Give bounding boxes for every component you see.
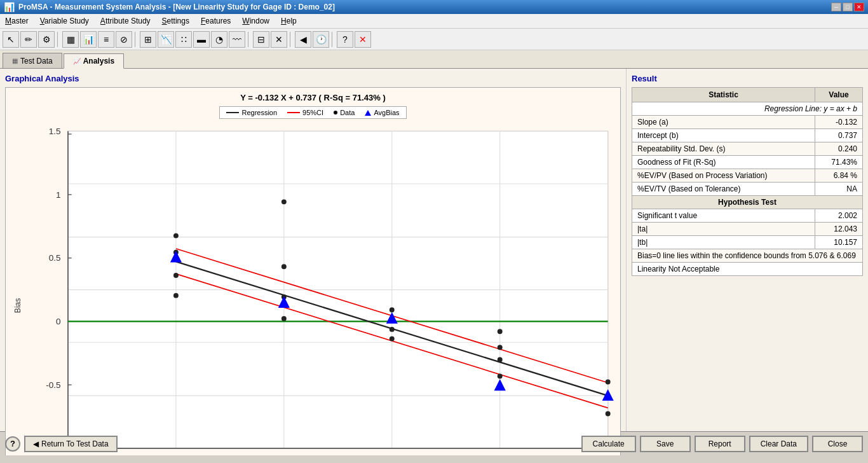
result-row-1: Slope (a)-0.132 [632, 116, 863, 129]
svg-point-48 [390, 336, 395, 342]
toolbar-help-btn[interactable]: ? [337, 31, 353, 48]
svg-point-50 [498, 345, 503, 350]
results-table: Statistic Value Regression Line: y = ax … [632, 87, 863, 276]
svg-text:8.0: 8.0 [494, 453, 506, 455]
y-axis-label: Bias [11, 124, 25, 455]
svg-point-39 [173, 273, 179, 278]
toolbar-hist-btn[interactable]: ▬ [193, 31, 210, 48]
save-button[interactable]: Save [640, 436, 691, 452]
test-data-icon: ▦ [12, 57, 18, 64]
value-cell-2: 0.737 [815, 129, 862, 142]
col-value: Value [815, 88, 862, 102]
menu-settings[interactable]: Settings [157, 15, 194, 27]
chart-panel: Graphical Analysis Y = -0.132 X + 0.737 … [0, 69, 627, 431]
toolbar-table-btn[interactable]: ⊟ [253, 31, 269, 48]
menu-variable-study[interactable]: Variable Study [35, 15, 94, 27]
results-title: Result [632, 74, 863, 83]
result-row-6: %EV/TV (Based on Tolerance)NA [632, 183, 863, 196]
toolbar-lines-btn[interactable]: ≡ [98, 31, 114, 48]
calculate-button[interactable]: Calculate [581, 436, 636, 452]
toolbar-sep-2 [135, 32, 137, 47]
svg-text:0: 0 [56, 317, 61, 326]
return-to-test-data-button[interactable]: ◀ Return To Test Data [24, 436, 118, 452]
svg-point-53 [606, 380, 611, 385]
toolbar-bar-btn[interactable]: 📉 [158, 31, 174, 48]
menu-bar: Master Variable Study Attribute Study Se… [0, 14, 868, 29]
value-cell-5: 6.84 % [815, 169, 862, 183]
toolbar-gear-btn[interactable]: ⚙ [38, 31, 55, 48]
menu-help[interactable]: Help [276, 15, 302, 27]
toolbar-wave-btn[interactable]: 〰 [229, 31, 245, 48]
toolbar-chart-btn[interactable]: 📊 [80, 31, 97, 48]
svg-point-42 [281, 264, 287, 269]
stat-cell-1: Slope (a) [632, 116, 815, 129]
value-cell-1: -0.132 [815, 116, 862, 129]
ci-line-icon [287, 112, 300, 113]
report-button[interactable]: Report [695, 436, 745, 452]
svg-text:6.0: 6.0 [386, 453, 398, 455]
avgbias-triangle-icon [365, 110, 371, 116]
legend-data: Data [334, 109, 355, 116]
svg-text:0.5: 0.5 [49, 253, 61, 263]
menu-master[interactable]: Master [0, 15, 34, 27]
value-cell-4: 71.43% [815, 156, 862, 169]
bottom-right: Calculate Save Report Clear Data Close [581, 436, 863, 452]
chart-svg: 1.5 1 0.5 0 -0.5 -1 [25, 124, 615, 455]
tab-test-data[interactable]: ▦ Test Data [3, 53, 62, 68]
toolbar-sep-5 [332, 32, 334, 47]
menu-attribute-study[interactable]: Attribute Study [95, 15, 156, 27]
stat-cell-3: Repeatability Std. Dev. (s) [632, 142, 815, 156]
return-arrow-icon: ◀ [33, 439, 39, 448]
legend-avgbias: AvgBias [365, 109, 399, 116]
toolbar-back-btn[interactable]: ◀ [295, 31, 311, 48]
result-row-7: Hypothesis Test [632, 196, 863, 209]
legend-ci: 95%CI [287, 109, 323, 116]
toolbar-sep-1 [57, 32, 60, 47]
stat-cell-8: Significant t value [632, 209, 815, 223]
stat-cell-2: Intercept (b) [632, 129, 815, 142]
chart-container: Y = -0.132 X + 0.737 ( R-Sq = 71.43% ) R… [5, 87, 621, 455]
toolbar-arrow-btn[interactable]: ↖ [3, 31, 19, 48]
result-row-11: Bias=0 line lies within the confidence b… [632, 249, 863, 263]
note-cell-11: Bias=0 line lies within the confidence b… [632, 249, 863, 263]
toolbar-pie-btn[interactable]: ◔ [211, 31, 227, 48]
svg-point-49 [498, 329, 503, 334]
stat-cell-6: %EV/TV (Based on Tolerance) [632, 183, 815, 196]
svg-text:4.0: 4.0 [278, 453, 290, 455]
minimize-button[interactable]: ─ [831, 3, 841, 11]
toolbar-cross-btn[interactable]: ✕ [271, 31, 287, 48]
svg-text:2.0: 2.0 [170, 453, 182, 455]
chart-svg-wrapper: Bias [11, 124, 615, 455]
tab-analysis[interactable]: 📈 Analysis [64, 53, 124, 69]
result-row-0: Regression Line: y = ax + b [632, 102, 863, 116]
menu-features[interactable]: Features [196, 15, 236, 27]
toolbar-diag-btn[interactable]: ⊘ [116, 31, 132, 48]
svg-text:1: 1 [56, 190, 61, 200]
toolbar-clock-btn[interactable]: 🕐 [313, 31, 329, 48]
clear-data-button[interactable]: Clear Data [749, 436, 808, 452]
value-cell-8: 2.002 [815, 209, 862, 223]
svg-point-41 [281, 199, 287, 204]
toolbar-grid-btn[interactable]: ▦ [62, 31, 79, 48]
toolbar-stop-btn[interactable]: ✕ [355, 31, 371, 48]
menu-window[interactable]: Window [237, 15, 275, 27]
stat-cell-10: |tb| [632, 236, 815, 249]
svg-point-37 [173, 233, 179, 238]
result-row-9: |ta|12.043 [632, 223, 863, 236]
close-button[interactable]: ✕ [854, 3, 864, 11]
value-cell-9: 12.043 [815, 223, 862, 236]
result-row-12: Linearity Not Acceptable [632, 263, 863, 276]
results-panel: Result Statistic Value Regression Line: … [627, 69, 868, 431]
svg-point-44 [281, 316, 287, 321]
stat-cell-9: |ta| [632, 223, 815, 236]
toolbar-sep-3 [248, 32, 250, 47]
col-statistic: Statistic [632, 88, 815, 102]
toolbar-grid2-btn[interactable]: ⊞ [140, 31, 156, 48]
toolbar-scatter-btn[interactable]: ∷ [175, 31, 192, 48]
maximize-button[interactable]: □ [843, 3, 853, 11]
chart-legend: Regression 95%CI Data AvgBias [219, 106, 406, 119]
close-button[interactable]: Close [812, 436, 863, 452]
svg-point-51 [498, 357, 503, 362]
toolbar-pencil-btn[interactable]: ✏ [20, 31, 37, 48]
label-cell-0: Regression Line: y = ax + b [632, 102, 863, 116]
